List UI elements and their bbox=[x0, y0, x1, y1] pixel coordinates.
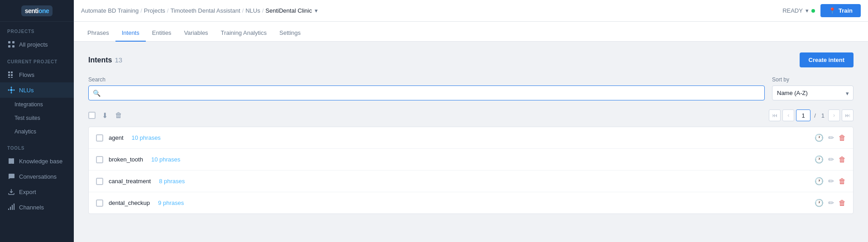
download-icon[interactable]: ⬇ bbox=[101, 110, 109, 121]
train-button[interactable]: 📍 Train bbox=[820, 4, 861, 17]
sidebar-item-knowledge-base[interactable]: Knowledge base bbox=[0, 153, 74, 169]
edit-icon-1[interactable]: ✏ bbox=[828, 155, 834, 164]
sidebar-item-test-suites[interactable]: Test suites bbox=[0, 111, 74, 125]
svg-rect-0 bbox=[8, 41, 10, 43]
intent-row-left: canal_treatment 8 phrases bbox=[96, 178, 185, 185]
search-input[interactable] bbox=[88, 85, 765, 100]
svg-point-11 bbox=[11, 87, 12, 88]
sidebar-item-analytics[interactable]: Analytics bbox=[0, 125, 74, 138]
sort-select[interactable]: Name (A-Z) Name (Z-A) Date (Asc) Date (D… bbox=[772, 85, 854, 100]
first-page-button[interactable]: ⏮ bbox=[769, 109, 781, 121]
table-row: dental_checkup 9 phrases 🕐 ✏ 🗑 bbox=[89, 192, 853, 214]
tab-entities[interactable]: Entities bbox=[146, 25, 178, 42]
nlus-icon bbox=[7, 86, 15, 94]
intent-phrases-3: 9 phrases bbox=[158, 199, 184, 206]
grid-icon bbox=[7, 40, 15, 48]
flows-label: Flows bbox=[19, 71, 34, 78]
book-icon bbox=[7, 157, 15, 165]
sidebar-item-conversations[interactable]: Conversations bbox=[0, 169, 74, 184]
channels-icon bbox=[7, 203, 15, 211]
intents-header: Intents 13 Create intent bbox=[88, 52, 854, 67]
toolbar-row: ⬇ 🗑 ⏮ ‹ / 1 › ⏭ bbox=[88, 108, 854, 123]
breadcrumb: Automate BD Training / Projects / Timote… bbox=[81, 7, 318, 14]
delete-icon-2[interactable]: 🗑 bbox=[839, 177, 846, 185]
breadcrumb-item-2[interactable]: Timoteeth Dental Assistant bbox=[170, 7, 240, 14]
intent-name-2[interactable]: canal_treatment bbox=[109, 178, 151, 185]
svg-rect-2 bbox=[8, 45, 10, 47]
intent-checkbox-2[interactable] bbox=[96, 178, 103, 185]
next-page-button[interactable]: › bbox=[828, 109, 840, 121]
svg-rect-1 bbox=[12, 41, 14, 43]
sidebar-logo: sentione bbox=[0, 0, 74, 22]
page-input[interactable] bbox=[796, 109, 810, 121]
prev-page-button[interactable]: ‹ bbox=[782, 109, 794, 121]
history-icon-0[interactable]: 🕐 bbox=[815, 133, 824, 142]
sidebar-item-channels[interactable]: Channels bbox=[0, 199, 74, 215]
delete-icon-1[interactable]: 🗑 bbox=[839, 156, 846, 164]
sidebar-item-all-projects[interactable]: All projects bbox=[0, 37, 74, 52]
intent-actions-0: 🕐 ✏ 🗑 bbox=[815, 133, 846, 142]
history-icon-2[interactable]: 🕐 bbox=[815, 177, 824, 185]
toolbar-left: ⬇ 🗑 bbox=[88, 110, 123, 121]
svg-rect-3 bbox=[12, 45, 14, 47]
create-intent-button[interactable]: Create intent bbox=[800, 52, 854, 67]
edit-icon-0[interactable]: ✏ bbox=[828, 133, 834, 142]
tab-training-analytics[interactable]: Training Analytics bbox=[215, 25, 273, 42]
ready-label: READY bbox=[782, 7, 803, 14]
main-area: Automate BD Training / Projects / Timote… bbox=[74, 0, 868, 242]
edit-icon-2[interactable]: ✏ bbox=[828, 177, 834, 185]
intent-list: agent 10 phrases 🕐 ✏ 🗑 broken_tooth 10 p… bbox=[88, 127, 854, 214]
tab-settings[interactable]: Settings bbox=[273, 25, 307, 42]
intent-name-3[interactable]: dental_checkup bbox=[109, 199, 150, 206]
intent-name-1[interactable]: broken_tooth bbox=[109, 156, 143, 163]
train-label: Train bbox=[839, 7, 853, 14]
sidebar-item-integrations[interactable]: Integrations bbox=[0, 98, 74, 111]
conversations-label: Conversations bbox=[19, 173, 57, 180]
intent-checkbox-0[interactable] bbox=[96, 134, 103, 142]
intent-actions-1: 🕐 ✏ 🗑 bbox=[815, 155, 846, 164]
delete-icon-0[interactable]: 🗑 bbox=[839, 134, 846, 142]
ready-badge[interactable]: READY ▾ bbox=[782, 7, 815, 14]
tab-phrases[interactable]: Phrases bbox=[81, 25, 115, 42]
search-input-wrap: 🔍 bbox=[88, 85, 765, 100]
export-icon bbox=[7, 188, 15, 196]
sidebar-item-nlus[interactable]: NLUs bbox=[0, 82, 74, 98]
svg-rect-5 bbox=[11, 71, 13, 73]
sidebar-item-flows[interactable]: Flows bbox=[0, 67, 74, 82]
nlus-label: NLUs bbox=[19, 87, 34, 94]
svg-rect-6 bbox=[8, 74, 10, 76]
last-page-button[interactable]: ⏭ bbox=[842, 109, 854, 121]
breadcrumb-sep-1: / bbox=[167, 7, 169, 14]
table-row: agent 10 phrases 🕐 ✏ 🗑 bbox=[89, 127, 853, 149]
breadcrumb-sep-3: / bbox=[262, 7, 264, 14]
svg-rect-4 bbox=[8, 71, 10, 73]
content-area: Intents 13 Create intent Search 🔍 Sort b… bbox=[74, 42, 868, 242]
delete-icon-3[interactable]: 🗑 bbox=[839, 199, 846, 207]
intent-checkbox-3[interactable] bbox=[96, 199, 103, 207]
intent-checkbox-1[interactable] bbox=[96, 156, 103, 163]
intent-row-left: agent 10 phrases bbox=[96, 134, 161, 142]
breadcrumb-sep-0: / bbox=[140, 7, 142, 14]
svg-rect-8 bbox=[8, 77, 10, 78]
breadcrumb-item-3[interactable]: NLUs bbox=[245, 7, 260, 14]
edit-icon-3[interactable]: ✏ bbox=[828, 199, 834, 207]
topbar: Automate BD Training / Projects / Timote… bbox=[74, 0, 868, 22]
breadcrumb-chevron-icon[interactable]: ▾ bbox=[315, 7, 318, 14]
knowledge-base-label: Knowledge base bbox=[19, 158, 62, 165]
intent-actions-2: 🕐 ✏ 🗑 bbox=[815, 177, 846, 185]
breadcrumb-item-0[interactable]: Automate BD Training bbox=[81, 7, 139, 14]
page-total: 1 bbox=[820, 112, 826, 119]
tabs-bar: Phrases Intents Entities Variables Train… bbox=[74, 22, 868, 42]
select-all-checkbox[interactable] bbox=[88, 112, 96, 119]
delete-all-icon[interactable]: 🗑 bbox=[114, 110, 123, 120]
logo-box[interactable]: sentione bbox=[21, 5, 53, 16]
tab-intents[interactable]: Intents bbox=[115, 25, 146, 42]
history-icon-3[interactable]: 🕐 bbox=[815, 199, 824, 207]
sidebar-item-export[interactable]: Export bbox=[0, 184, 74, 199]
intent-name-0[interactable]: agent bbox=[109, 134, 124, 141]
breadcrumb-item-1[interactable]: Projects bbox=[144, 7, 165, 14]
tab-variables[interactable]: Variables bbox=[177, 25, 214, 42]
svg-rect-7 bbox=[11, 74, 13, 76]
breadcrumb-item-4[interactable]: SentiDental Clinic bbox=[265, 7, 312, 14]
history-icon-1[interactable]: 🕐 bbox=[815, 155, 824, 164]
